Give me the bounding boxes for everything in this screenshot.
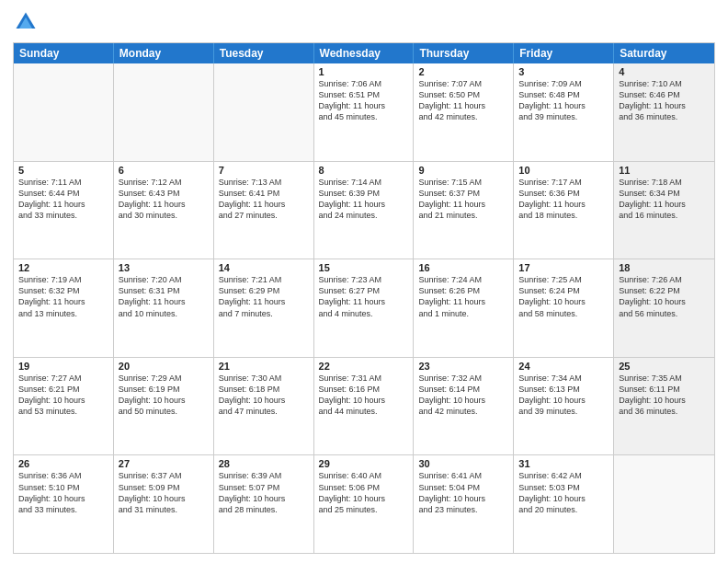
day-number: 16 bbox=[418, 262, 508, 273]
day-info: Sunrise: 7:19 AMSunset: 6:32 PMDaylight:… bbox=[18, 274, 108, 319]
day-cell-21: 21Sunrise: 7:30 AMSunset: 6:18 PMDayligh… bbox=[214, 358, 314, 455]
header-cell-thursday: Thursday bbox=[414, 43, 514, 63]
calendar-row-1: 1Sunrise: 7:06 AMSunset: 6:51 PMDaylight… bbox=[14, 63, 714, 161]
day-number: 26 bbox=[18, 458, 108, 469]
day-info: Sunrise: 6:42 AMSunset: 5:03 PMDaylight:… bbox=[518, 470, 609, 515]
day-number: 17 bbox=[518, 262, 609, 273]
day-info: Sunrise: 7:35 AMSunset: 6:11 PMDaylight:… bbox=[619, 373, 710, 418]
day-number: 14 bbox=[219, 262, 309, 273]
day-number: 19 bbox=[18, 361, 108, 372]
calendar-body: 1Sunrise: 7:06 AMSunset: 6:51 PMDaylight… bbox=[14, 63, 714, 553]
header-cell-tuesday: Tuesday bbox=[214, 43, 314, 63]
day-cell-20: 20Sunrise: 7:29 AMSunset: 6:19 PMDayligh… bbox=[114, 358, 214, 455]
day-number: 20 bbox=[119, 361, 209, 372]
day-number: 18 bbox=[619, 262, 710, 273]
header-cell-friday: Friday bbox=[514, 43, 614, 63]
day-info: Sunrise: 7:34 AMSunset: 6:13 PMDaylight:… bbox=[518, 373, 609, 418]
day-number: 10 bbox=[518, 165, 609, 176]
day-info: Sunrise: 7:17 AMSunset: 6:36 PMDaylight:… bbox=[518, 177, 609, 222]
empty-cell-4-6 bbox=[614, 455, 714, 553]
empty-cell-0-2 bbox=[214, 63, 314, 161]
calendar-row-2: 5Sunrise: 7:11 AMSunset: 6:44 PMDaylight… bbox=[14, 161, 714, 259]
calendar: SundayMondayTuesdayWednesdayThursdayFrid… bbox=[13, 42, 715, 554]
day-info: Sunrise: 7:32 AMSunset: 6:14 PMDaylight:… bbox=[418, 373, 508, 418]
day-cell-1: 1Sunrise: 7:06 AMSunset: 6:51 PMDaylight… bbox=[314, 63, 415, 161]
day-number: 24 bbox=[518, 361, 609, 372]
day-cell-6: 6Sunrise: 7:12 AMSunset: 6:43 PMDaylight… bbox=[114, 162, 214, 259]
day-number: 30 bbox=[418, 458, 508, 469]
calendar-row-4: 19Sunrise: 7:27 AMSunset: 6:21 PMDayligh… bbox=[14, 357, 714, 455]
day-info: Sunrise: 7:13 AMSunset: 6:41 PMDaylight:… bbox=[219, 177, 309, 222]
day-cell-14: 14Sunrise: 7:21 AMSunset: 6:29 PMDayligh… bbox=[214, 259, 314, 357]
calendar-row-5: 26Sunrise: 6:36 AMSunset: 5:10 PMDayligh… bbox=[14, 454, 714, 553]
day-number: 3 bbox=[518, 66, 609, 77]
day-info: Sunrise: 7:20 AMSunset: 6:31 PMDaylight:… bbox=[119, 274, 209, 319]
header bbox=[13, 9, 715, 35]
day-number: 13 bbox=[119, 262, 209, 273]
day-number: 25 bbox=[619, 361, 710, 372]
day-number: 11 bbox=[619, 165, 710, 176]
empty-cell-0-1 bbox=[114, 63, 214, 161]
day-info: Sunrise: 7:24 AMSunset: 6:26 PMDaylight:… bbox=[418, 274, 508, 319]
day-cell-28: 28Sunrise: 6:39 AMSunset: 5:07 PMDayligh… bbox=[214, 455, 314, 553]
day-info: Sunrise: 7:30 AMSunset: 6:18 PMDaylight:… bbox=[219, 373, 309, 418]
day-info: Sunrise: 7:12 AMSunset: 6:43 PMDaylight:… bbox=[119, 177, 209, 222]
day-number: 9 bbox=[418, 165, 508, 176]
day-info: Sunrise: 7:10 AMSunset: 6:46 PMDaylight:… bbox=[619, 78, 710, 123]
day-info: Sunrise: 7:31 AMSunset: 6:16 PMDaylight:… bbox=[319, 373, 409, 418]
header-cell-monday: Monday bbox=[114, 43, 214, 63]
day-cell-24: 24Sunrise: 7:34 AMSunset: 6:13 PMDayligh… bbox=[514, 358, 614, 455]
logo-icon bbox=[13, 9, 39, 35]
day-info: Sunrise: 7:21 AMSunset: 6:29 PMDaylight:… bbox=[219, 274, 309, 319]
day-cell-19: 19Sunrise: 7:27 AMSunset: 6:21 PMDayligh… bbox=[14, 358, 114, 455]
day-cell-23: 23Sunrise: 7:32 AMSunset: 6:14 PMDayligh… bbox=[414, 358, 514, 455]
day-cell-8: 8Sunrise: 7:14 AMSunset: 6:39 PMDaylight… bbox=[314, 162, 415, 259]
day-cell-5: 5Sunrise: 7:11 AMSunset: 6:44 PMDaylight… bbox=[14, 162, 114, 259]
day-info: Sunrise: 6:39 AMSunset: 5:07 PMDaylight:… bbox=[219, 470, 309, 515]
logo bbox=[13, 9, 42, 35]
day-info: Sunrise: 7:27 AMSunset: 6:21 PMDaylight:… bbox=[18, 373, 108, 418]
day-number: 29 bbox=[319, 458, 409, 469]
day-info: Sunrise: 6:37 AMSunset: 5:09 PMDaylight:… bbox=[119, 470, 209, 515]
day-info: Sunrise: 7:06 AMSunset: 6:51 PMDaylight:… bbox=[319, 78, 409, 123]
day-info: Sunrise: 7:15 AMSunset: 6:37 PMDaylight:… bbox=[418, 177, 508, 222]
day-number: 4 bbox=[619, 66, 710, 77]
day-info: Sunrise: 7:18 AMSunset: 6:34 PMDaylight:… bbox=[619, 177, 710, 222]
day-info: Sunrise: 7:11 AMSunset: 6:44 PMDaylight:… bbox=[18, 177, 108, 222]
day-number: 23 bbox=[418, 361, 508, 372]
day-cell-27: 27Sunrise: 6:37 AMSunset: 5:09 PMDayligh… bbox=[114, 455, 214, 553]
day-number: 12 bbox=[18, 262, 108, 273]
day-number: 2 bbox=[418, 66, 508, 77]
day-info: Sunrise: 7:26 AMSunset: 6:22 PMDaylight:… bbox=[619, 274, 710, 319]
day-cell-16: 16Sunrise: 7:24 AMSunset: 6:26 PMDayligh… bbox=[414, 259, 514, 357]
day-number: 21 bbox=[219, 361, 309, 372]
day-info: Sunrise: 7:25 AMSunset: 6:24 PMDaylight:… bbox=[518, 274, 609, 319]
day-cell-18: 18Sunrise: 7:26 AMSunset: 6:22 PMDayligh… bbox=[614, 259, 714, 357]
day-cell-9: 9Sunrise: 7:15 AMSunset: 6:37 PMDaylight… bbox=[414, 162, 514, 259]
day-number: 7 bbox=[219, 165, 309, 176]
day-number: 15 bbox=[319, 262, 409, 273]
day-info: Sunrise: 6:36 AMSunset: 5:10 PMDaylight:… bbox=[18, 470, 108, 515]
day-cell-10: 10Sunrise: 7:17 AMSunset: 6:36 PMDayligh… bbox=[514, 162, 614, 259]
day-cell-17: 17Sunrise: 7:25 AMSunset: 6:24 PMDayligh… bbox=[514, 259, 614, 357]
day-number: 31 bbox=[518, 458, 609, 469]
day-number: 5 bbox=[18, 165, 108, 176]
day-cell-7: 7Sunrise: 7:13 AMSunset: 6:41 PMDaylight… bbox=[214, 162, 314, 259]
day-cell-13: 13Sunrise: 7:20 AMSunset: 6:31 PMDayligh… bbox=[114, 259, 214, 357]
day-info: Sunrise: 6:40 AMSunset: 5:06 PMDaylight:… bbox=[319, 470, 409, 515]
day-cell-29: 29Sunrise: 6:40 AMSunset: 5:06 PMDayligh… bbox=[314, 455, 415, 553]
day-cell-4: 4Sunrise: 7:10 AMSunset: 6:46 PMDaylight… bbox=[614, 63, 714, 161]
day-number: 1 bbox=[319, 66, 409, 77]
empty-cell-0-0 bbox=[14, 63, 114, 161]
day-info: Sunrise: 6:41 AMSunset: 5:04 PMDaylight:… bbox=[418, 470, 508, 515]
day-cell-2: 2Sunrise: 7:07 AMSunset: 6:50 PMDaylight… bbox=[414, 63, 514, 161]
day-cell-11: 11Sunrise: 7:18 AMSunset: 6:34 PMDayligh… bbox=[614, 162, 714, 259]
header-cell-saturday: Saturday bbox=[614, 43, 714, 63]
day-number: 6 bbox=[119, 165, 209, 176]
day-number: 22 bbox=[319, 361, 409, 372]
day-info: Sunrise: 7:09 AMSunset: 6:48 PMDaylight:… bbox=[518, 78, 609, 123]
day-info: Sunrise: 7:14 AMSunset: 6:39 PMDaylight:… bbox=[319, 177, 409, 222]
day-number: 27 bbox=[119, 458, 209, 469]
page: SundayMondayTuesdayWednesdayThursdayFrid… bbox=[0, 0, 728, 563]
day-info: Sunrise: 7:29 AMSunset: 6:19 PMDaylight:… bbox=[119, 373, 209, 418]
